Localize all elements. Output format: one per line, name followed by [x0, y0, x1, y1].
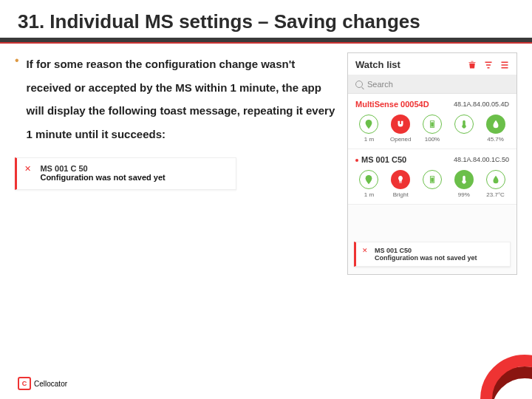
- search-input[interactable]: Search: [348, 75, 516, 94]
- footer-logo: C Cellocator: [18, 377, 67, 390]
- close-icon[interactable]: ✕: [24, 164, 31, 174]
- device-mac: 48.1A.84.00.05.4D: [454, 100, 509, 108]
- phone-header-title: Watch list: [355, 59, 400, 70]
- trash-icon[interactable]: [468, 61, 477, 69]
- metric-value: Bright: [393, 191, 409, 198]
- toast-message: Configuration was not saved yet: [375, 254, 477, 262]
- toast-example-left: ✕ MS 001 C 50 Configuration was not save…: [15, 157, 236, 190]
- bulb-icon: [391, 170, 410, 189]
- magnet-icon: [391, 115, 410, 134]
- device-mac: 48.1A.84.00.1C.50: [454, 156, 509, 163]
- toast-message: Configuration was not saved yet: [40, 173, 165, 182]
- drop-icon: [486, 170, 505, 189]
- toast-device-name: MS 001 C50: [375, 247, 477, 254]
- bullet-dot: •: [15, 52, 19, 146]
- device-name: MS 001 C50: [361, 155, 406, 164]
- metric-value: 1 m: [364, 136, 374, 143]
- footer-brand: Cellocator: [34, 380, 67, 388]
- search-placeholder: Search: [367, 80, 393, 89]
- temp-icon: [454, 115, 474, 134]
- device-name: MultiSense 00054D: [355, 100, 429, 109]
- status-dot: [355, 159, 358, 162]
- toast-in-phone: ✕ MS 001 C50 Configuration was not saved…: [354, 242, 511, 267]
- metric-value: 100%: [425, 136, 440, 143]
- menu-icon[interactable]: [500, 61, 509, 69]
- battery-icon: [423, 170, 442, 189]
- toast-device-name: MS 001 C 50: [40, 164, 165, 173]
- metric-value: 1 m: [364, 191, 374, 198]
- svg-rect-3: [431, 177, 434, 182]
- svg-rect-1: [431, 122, 434, 126]
- device-row[interactable]: MS 001 C50 48.1A.84.00.1C.50 1 m Bright …: [348, 149, 516, 205]
- phone-mockup: Watch list Search MultiSense 00054D 48.1…: [347, 52, 517, 275]
- metric-value: 45.7%: [487, 136, 504, 143]
- search-icon: [355, 81, 363, 88]
- body-text: If for some reason the configuration cha…: [27, 52, 337, 146]
- metric-value: Opened: [390, 136, 411, 143]
- title-underline: [0, 38, 532, 42]
- filter-icon[interactable]: [484, 61, 493, 69]
- slide-title: 31. Individual MS settings – Saving chan…: [18, 10, 514, 33]
- drop-icon: [486, 115, 505, 134]
- metric-value: 99%: [458, 191, 470, 198]
- battery-icon: [423, 115, 442, 134]
- corner-decoration: [466, 347, 532, 399]
- location-icon: [359, 115, 378, 134]
- metric-value: 23.7°C: [486, 191, 505, 198]
- device-row[interactable]: MultiSense 00054D 48.1A.84.00.05.4D 1 m …: [348, 94, 516, 149]
- close-icon[interactable]: ✕: [362, 247, 368, 254]
- temp-icon: [454, 170, 474, 189]
- location-icon: [359, 170, 378, 189]
